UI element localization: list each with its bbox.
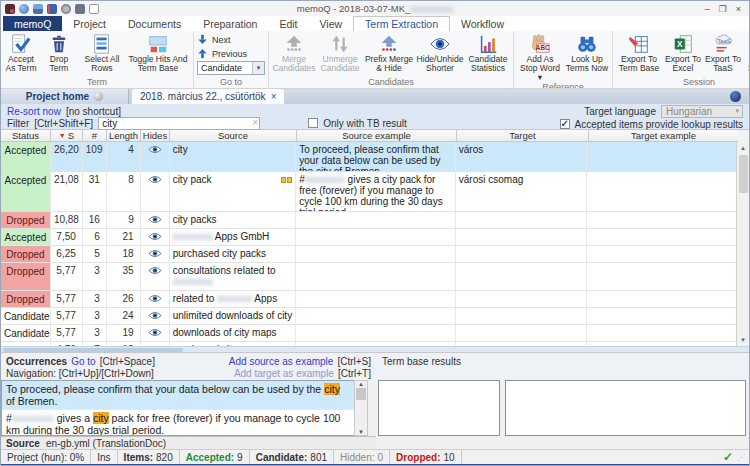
occurrences-body: To proceed, please confirm that your dat… <box>1 380 749 436</box>
add-source-example-link[interactable]: Add source as example <box>229 356 334 367</box>
tab-edit[interactable]: Edit <box>268 16 308 31</box>
table-horizontal-scrollbar[interactable] <box>1 346 749 352</box>
scrollbar-thumb[interactable] <box>3 348 183 352</box>
tab-workflow[interactable]: Workflow <box>450 16 515 31</box>
table-row[interactable]: Candidate 5,77 3 19 downloads of city ma… <box>1 325 736 342</box>
button-label: Candidate Statistics <box>466 55 510 73</box>
scroll-up-icon[interactable]: ▲ <box>740 142 746 154</box>
sort-desc-icon: ▼ <box>59 132 66 139</box>
col-count[interactable]: # <box>83 130 107 142</box>
scroll-down-icon[interactable]: ▼ <box>740 334 746 346</box>
resize-grip[interactable]: ⋰ <box>737 453 745 462</box>
col-target[interactable]: Target <box>457 130 589 142</box>
col-status[interactable]: Status <box>1 130 51 142</box>
look-up-terms-button[interactable]: Look Up Terms Now <box>565 32 609 73</box>
tab-view[interactable]: View <box>309 16 354 31</box>
goto-status-combobox[interactable]: Candidate ▾ <box>197 61 265 75</box>
occurrence-item[interactable]: #xxxxxxxx gives a city pack for free (fo… <box>2 410 354 436</box>
table-row[interactable]: Candidate 5,77 3 24 unlimited downloads … <box>1 308 736 325</box>
close-button[interactable]: × <box>736 4 741 14</box>
export-to-term-base-button[interactable]: Export To Term Base <box>616 32 662 73</box>
resort-now-link[interactable]: Re-sort now <box>7 106 61 117</box>
occurrences-scrollbar[interactable]: ▲ ▼ <box>354 380 368 436</box>
button-label: Add As Stop Word ▾ <box>517 55 563 82</box>
next-button[interactable]: Next <box>197 33 265 46</box>
eye-icon[interactable] <box>148 249 162 258</box>
restart-session-button[interactable]: Restart Session <box>744 32 749 73</box>
insert-mode-indicator[interactable]: Ins <box>91 450 117 464</box>
only-with-tb-result-checkbox[interactable] <box>308 118 318 128</box>
prefix-merge-hide-button[interactable]: Prefix Merge & Hide <box>364 32 414 73</box>
previous-button[interactable]: Previous <box>197 47 265 60</box>
export-to-taas-button[interactable]: TaaS Export To TaaS <box>704 32 742 73</box>
target-language-select[interactable]: Hungarian ▾ <box>661 105 743 118</box>
navigation-hint: Navigation: [Ctrl+Up]/[Ctrl+Down] <box>6 368 154 379</box>
table-row[interactable]: Accepted 26,20 109 4 city To proceed, pl… <box>1 142 736 172</box>
candidate-statistics-button[interactable]: Candidate Statistics <box>466 32 510 73</box>
clear-filter-icon[interactable]: × <box>252 117 258 128</box>
scrollbar-thumb[interactable] <box>356 388 366 400</box>
accept-as-term-button[interactable]: Accept As Term <box>4 32 38 73</box>
table-row[interactable]: Dropped 5,77 3 26 related to xxxxxxx App… <box>1 291 736 308</box>
col-length[interactable]: Length <box>107 130 141 142</box>
col-score[interactable]: ▼S <box>51 130 83 142</box>
filter-input[interactable] <box>98 117 260 130</box>
goto-link[interactable]: Go to <box>71 356 95 367</box>
occurrence-item[interactable]: To proceed, please confirm that your dat… <box>2 381 354 410</box>
maximize-button[interactable]: ❐ <box>719 4 727 14</box>
table-vertical-scrollbar[interactable]: ▲ ▼ <box>736 142 749 346</box>
combobox-value: Candidate <box>198 63 252 73</box>
export-to-excel-button[interactable]: X Export To Excel <box>664 32 702 73</box>
binoculars-icon <box>576 33 598 55</box>
eye-icon[interactable] <box>148 266 162 275</box>
select-all-rows-button[interactable]: Select All Rows <box>80 32 124 73</box>
table-row[interactable]: Accepted 7,50 6 21 xxxxxxxx Apps GmbH <box>1 229 736 246</box>
tab-documents[interactable]: Documents <box>117 16 192 31</box>
scroll-down-icon[interactable]: ▼ <box>358 429 364 435</box>
column-label: Source <box>218 130 248 141</box>
scroll-up-icon[interactable]: ▲ <box>358 381 364 387</box>
add-target-example-link[interactable]: Add target as example <box>234 368 334 379</box>
column-label: Hides <box>143 130 167 141</box>
help-icon[interactable] <box>730 91 741 102</box>
term-base-results-pane[interactable] <box>505 380 746 436</box>
tab-term-extraction-session[interactable]: 2018. március 22., csütörtök × <box>132 89 284 104</box>
col-source[interactable]: Source <box>170 130 297 142</box>
term-base-results-pane[interactable] <box>378 380 500 436</box>
group-label-session: Session <box>616 77 749 88</box>
table-row[interactable]: Dropped 5,77 3 35 consultations related … <box>1 263 736 291</box>
add-as-stop-word-button[interactable]: ABC Add As Stop Word ▾ <box>517 32 563 82</box>
table-row[interactable]: Dropped 6,25 5 18 purchased city packs <box>1 246 736 263</box>
eye-icon[interactable] <box>148 328 162 337</box>
eye-icon[interactable] <box>148 145 162 154</box>
hide-unhide-shorter-button[interactable]: Hide/Unhide Shorter <box>416 32 464 73</box>
tab-project-home[interactable]: Project home <box>1 89 129 104</box>
eye-icon[interactable] <box>148 294 162 303</box>
eye-icon[interactable] <box>148 232 162 241</box>
eye-icon[interactable] <box>148 175 162 184</box>
ribbon: Accept As Term Drop Term Select All Rows… <box>1 31 749 89</box>
col-target-example[interactable]: Target example <box>589 130 738 142</box>
toggle-hits-term-base-button[interactable]: Toggle Hits And Term Base <box>126 32 190 73</box>
highlighted-term: city <box>93 412 109 424</box>
col-hides[interactable]: Hides <box>141 130 170 142</box>
tab-term-extraction[interactable]: Term Extraction <box>353 16 450 31</box>
col-source-example[interactable]: Source example <box>297 130 457 142</box>
chevron-down-icon[interactable]: ▾ <box>252 62 264 74</box>
eye-icon[interactable] <box>148 215 162 224</box>
button-label: Select All Rows <box>80 55 124 73</box>
title-bar: memoQ - 2018-03-07-MK_xxxxxxxxx – ❐ × <box>1 1 749 16</box>
drop-term-button[interactable]: Drop Term <box>40 32 78 73</box>
eye-icon[interactable] <box>148 311 162 320</box>
unmerge-candidate-button[interactable]: Unmerge Candidate <box>318 32 362 73</box>
merge-candidates-button[interactable]: Merge Candidates <box>272 32 316 73</box>
close-tab-icon[interactable]: × <box>271 91 277 102</box>
minimize-button[interactable]: – <box>705 4 710 14</box>
accepted-lookup-checkbox[interactable] <box>560 119 570 129</box>
table-row[interactable]: Dropped 10,88 16 9 city packs <box>1 212 736 229</box>
scrollbar-thumb[interactable] <box>739 155 748 193</box>
tab-preparation[interactable]: Preparation <box>192 16 268 31</box>
tab-project[interactable]: Project <box>62 16 117 31</box>
table-row[interactable]: Accepted 21,08 31 8 city pack #xxxxxxxx … <box>1 172 736 212</box>
tab-memoq[interactable]: memoQ <box>3 16 62 31</box>
